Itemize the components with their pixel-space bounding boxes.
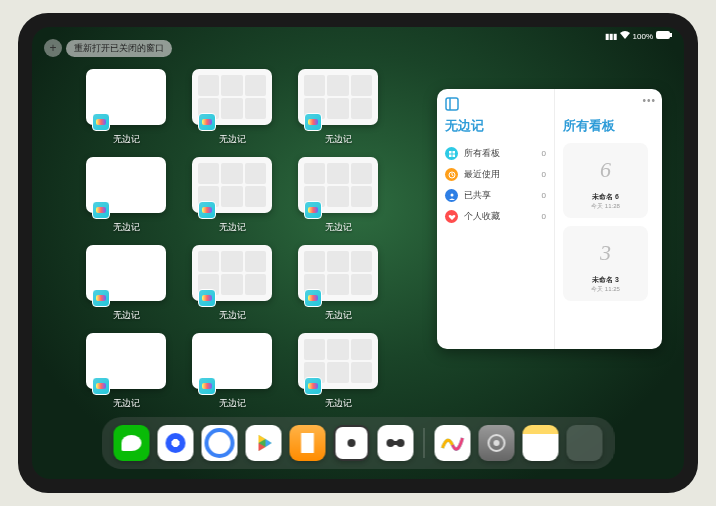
- dock-app-notes[interactable]: [523, 425, 559, 461]
- dock-app-books[interactable]: [290, 425, 326, 461]
- dock-app-app-library[interactable]: [567, 425, 603, 461]
- svg-rect-5: [452, 151, 455, 154]
- freeform-app-icon: [304, 289, 322, 307]
- window-thumbnail[interactable]: [192, 245, 272, 301]
- svg-rect-0: [656, 31, 670, 39]
- sidebar-item-person[interactable]: 已共享0: [445, 185, 546, 206]
- top-toolbar: + 重新打开已关闭的窗口: [44, 39, 172, 57]
- window-thumbnail[interactable]: [298, 333, 378, 389]
- reopen-closed-window-button[interactable]: 重新打开已关闭的窗口: [66, 40, 172, 57]
- sidebar-item-clock[interactable]: 最近使用0: [445, 164, 546, 185]
- ipad-device-frame: ▮▮▮ 100% + 重新打开已关闭的窗口 无边记无边记无边记无边记无边记无边记…: [18, 13, 698, 493]
- window-tile[interactable]: 无边记: [188, 157, 276, 235]
- dock: [102, 417, 615, 469]
- window-tile[interactable]: 无边记: [188, 69, 276, 147]
- freeform-app-icon: [304, 201, 322, 219]
- window-thumbnail[interactable]: [86, 333, 166, 389]
- board-card[interactable]: 6未命名 6今天 11:28: [563, 143, 648, 218]
- battery-icon: [656, 31, 672, 41]
- window-tile[interactable]: 无边记: [82, 333, 170, 411]
- window-thumbnail[interactable]: [192, 69, 272, 125]
- window-label: 无边记: [219, 309, 246, 322]
- window-tile[interactable]: 无边记: [188, 245, 276, 323]
- window-label: 无边记: [325, 397, 352, 410]
- dock-app-play[interactable]: [246, 425, 282, 461]
- dock-app-qq[interactable]: [158, 425, 194, 461]
- window-thumbnail[interactable]: [192, 333, 272, 389]
- freeform-app-icon: [92, 113, 110, 131]
- window-tile[interactable]: 无边记: [294, 157, 382, 235]
- dock-app-wechat[interactable]: [114, 425, 150, 461]
- freeform-app-icon: [92, 201, 110, 219]
- window-thumbnail[interactable]: [192, 157, 272, 213]
- signal-icon: ▮▮▮: [605, 32, 617, 41]
- window-label: 无边记: [325, 221, 352, 234]
- board-title: 未命名 3: [592, 275, 619, 285]
- window-thumbnail[interactable]: [298, 69, 378, 125]
- window-tile[interactable]: 无边记: [82, 245, 170, 323]
- window-label: 无边记: [113, 221, 140, 234]
- status-bar: ▮▮▮ 100%: [605, 31, 672, 41]
- sidebar-item-label: 最近使用: [464, 168, 500, 181]
- board-card[interactable]: 3未命名 3今天 11:25: [563, 226, 648, 301]
- freeform-app-icon: [304, 113, 322, 131]
- dock-app-quark[interactable]: [202, 425, 238, 461]
- board-subtitle: 今天 11:25: [591, 285, 620, 294]
- svg-marker-13: [266, 439, 272, 447]
- sidebar-title: 无边记: [445, 117, 546, 135]
- screen: ▮▮▮ 100% + 重新打开已关闭的窗口 无边记无边记无边记无边记无边记无边记…: [32, 27, 684, 479]
- svg-rect-16: [394, 441, 398, 445]
- svg-point-18: [494, 440, 500, 446]
- svg-rect-4: [449, 151, 452, 154]
- dock-app-settings[interactable]: [479, 425, 515, 461]
- app-switcher-grid: 无边记无边记无边记无边记无边记无边记无边记无边记无边记无边记无边记无边记: [82, 69, 382, 411]
- sidebar-right-column: ••• 所有看板 6未命名 6今天 11:283未命名 3今天 11:25: [554, 89, 662, 349]
- window-tile[interactable]: 无边记: [294, 69, 382, 147]
- freeform-app-icon: [198, 289, 216, 307]
- sidebar-left-column: 无边记 所有看板0最近使用0已共享0个人收藏0: [437, 89, 554, 349]
- window-label: 无边记: [219, 133, 246, 146]
- board-thumbnail: 6: [586, 150, 626, 190]
- freeform-app-icon: [92, 289, 110, 307]
- freeform-sidebar-window[interactable]: 无边记 所有看板0最近使用0已共享0个人收藏0 ••• 所有看板 6未命名 6今…: [437, 89, 662, 349]
- window-label: 无边记: [325, 309, 352, 322]
- person-icon: [445, 189, 458, 202]
- window-thumbnail[interactable]: [298, 157, 378, 213]
- more-icon[interactable]: •••: [642, 95, 656, 106]
- window-thumbnail[interactable]: [86, 245, 166, 301]
- window-label: 无边记: [219, 221, 246, 234]
- svg-rect-7: [452, 154, 455, 157]
- window-label: 无边记: [325, 133, 352, 146]
- window-tile[interactable]: 无边记: [82, 157, 170, 235]
- sidebar-item-label: 已共享: [464, 189, 491, 202]
- window-label: 无边记: [219, 397, 246, 410]
- svg-rect-6: [449, 154, 452, 157]
- window-tile[interactable]: 无边记: [188, 333, 276, 411]
- dock-app-freeform[interactable]: [435, 425, 471, 461]
- sidebar-item-count: 0: [542, 149, 546, 158]
- sidebar-item-grid[interactable]: 所有看板0: [445, 143, 546, 164]
- window-tile[interactable]: 无边记: [82, 69, 170, 147]
- board-thumbnail: 3: [586, 233, 626, 273]
- svg-point-15: [397, 439, 405, 447]
- sidebar-item-heart[interactable]: 个人收藏0: [445, 206, 546, 227]
- svg-point-14: [387, 439, 395, 447]
- dock-app-cards[interactable]: [378, 425, 414, 461]
- freeform-app-icon: [92, 377, 110, 395]
- window-tile[interactable]: 无边记: [294, 333, 382, 411]
- freeform-app-icon: [304, 377, 322, 395]
- sidebar-item-count: 0: [542, 212, 546, 221]
- new-window-button[interactable]: +: [44, 39, 62, 57]
- window-thumbnail[interactable]: [86, 157, 166, 213]
- heart-icon: [445, 210, 458, 223]
- window-thumbnail[interactable]: [86, 69, 166, 125]
- sidebar-icon[interactable]: [445, 97, 459, 111]
- dock-app-dice[interactable]: [334, 425, 370, 461]
- window-label: 无边记: [113, 309, 140, 322]
- window-label: 无边记: [113, 133, 140, 146]
- svg-rect-2: [446, 98, 458, 110]
- window-thumbnail[interactable]: [298, 245, 378, 301]
- wifi-icon: [620, 31, 630, 41]
- sidebar-item-label: 个人收藏: [464, 210, 500, 223]
- window-tile[interactable]: 无边记: [294, 245, 382, 323]
